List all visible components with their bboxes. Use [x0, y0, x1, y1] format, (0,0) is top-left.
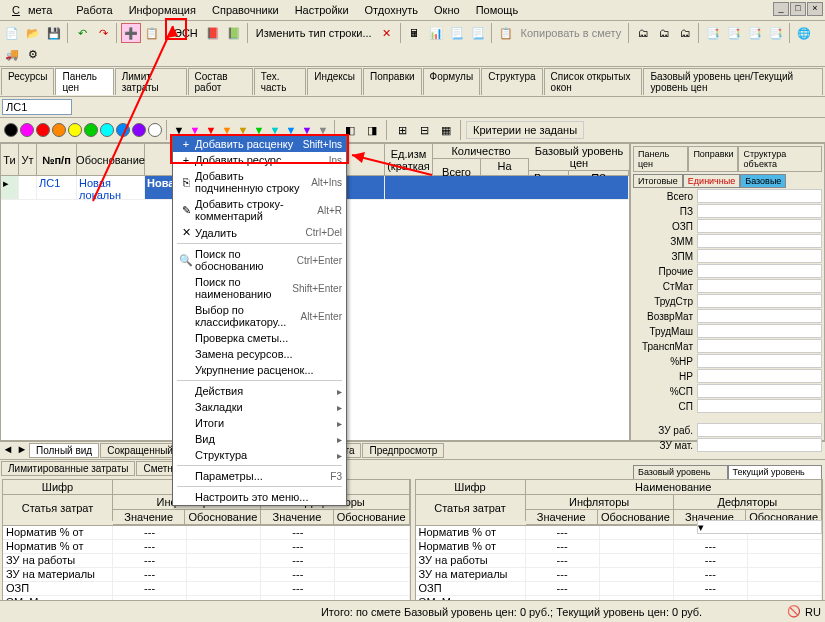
sp-tab-struct[interactable]: Структура объекта — [738, 146, 822, 171]
idx-row[interactable]: Норматив % от ФОТ СП --- --- — [416, 540, 823, 554]
redo-icon[interactable]: ↷ — [93, 23, 113, 43]
minimize-icon[interactable]: _ — [773, 2, 789, 16]
vtab-full[interactable]: Полный вид — [29, 443, 99, 458]
t3-icon[interactable]: 🗂 — [675, 23, 695, 43]
sp-val-3[interactable] — [697, 234, 822, 248]
save-icon[interactable]: 💾 — [44, 23, 64, 43]
ctx-item-8[interactable]: Выбор по классификатору... Alt+Enter — [173, 302, 346, 330]
ih-stat[interactable]: Статья затрат — [3, 495, 113, 521]
sp-val-4[interactable] — [697, 249, 822, 263]
menu-info[interactable]: Информация — [121, 2, 204, 18]
ctx-item-21[interactable]: Настроить это меню... — [173, 489, 346, 505]
tab-tech[interactable]: Тех. часть — [254, 68, 306, 95]
change-type-label[interactable]: Изменить тип строки... — [252, 25, 376, 41]
sp2-val-0[interactable] — [697, 423, 822, 437]
ih-shifr-r[interactable]: Шифр — [416, 480, 526, 494]
sp-val-13[interactable] — [697, 384, 822, 398]
gh-baz[interactable]: Базовый уровень цен — [529, 144, 629, 171]
color-blue[interactable] — [116, 123, 130, 137]
gh-kol[interactable]: Количество — [433, 144, 529, 159]
t2-icon[interactable]: 🗂 — [654, 23, 674, 43]
menu-settings[interactable]: Настройки — [287, 2, 357, 18]
color-purple[interactable] — [132, 123, 146, 137]
gear-icon[interactable]: ⚙ — [23, 44, 43, 64]
t4-icon[interactable]: 📑 — [703, 23, 723, 43]
vtab-preview[interactable]: Предпросмотр — [362, 443, 444, 458]
ih-shifr[interactable]: Шифр — [3, 480, 113, 494]
copy-smeta-label[interactable]: Копировать в смету — [517, 25, 626, 41]
sp-val-9[interactable] — [697, 324, 822, 338]
ctx-item-0[interactable]: + Добавить расценку Shift+Ins — [173, 136, 346, 152]
scroll-right-icon[interactable]: ► — [15, 443, 29, 458]
t6-icon[interactable]: 📑 — [745, 23, 765, 43]
tab-resources[interactable]: Ресурсы — [1, 68, 54, 95]
menu-smeta[interactable]: Смета — [4, 2, 68, 18]
stab-limit[interactable]: Лимитированные затраты — [1, 461, 135, 476]
color-red[interactable] — [36, 123, 50, 137]
close-icon[interactable]: × — [807, 2, 823, 16]
copy-icon[interactable]: 📋 — [496, 23, 516, 43]
ctx-item-13[interactable]: Действия ▸ — [173, 383, 346, 399]
add-row-icon[interactable]: ➕ — [121, 23, 141, 43]
menu-rest[interactable]: Отдохнуть — [357, 2, 427, 18]
menu-window[interactable]: Окно — [426, 2, 468, 18]
ctx-item-16[interactable]: Вид ▸ — [173, 431, 346, 447]
ctx-item-11[interactable]: Укрупнение расценок... — [173, 362, 346, 378]
sp-val-11[interactable] — [697, 354, 822, 368]
tab-levels[interactable]: Базовый уровень цен/Текущий уровень цен — [643, 68, 823, 95]
idx-row[interactable]: ЗУ на работы --- --- — [416, 554, 823, 568]
chart-icon[interactable]: 📊 — [426, 23, 446, 43]
color-cyan[interactable] — [100, 123, 114, 137]
tab-formulas[interactable]: Формулы — [423, 68, 481, 95]
ctx-item-14[interactable]: Закладки ▸ — [173, 399, 346, 415]
sp-sub-itog[interactable]: Итоговые — [633, 174, 683, 188]
ctx-item-15[interactable]: Итоги ▸ — [173, 415, 346, 431]
tab-popravki[interactable]: Поправки — [363, 68, 422, 95]
color-black[interactable] — [4, 123, 18, 137]
menu-help[interactable]: Помощь — [468, 2, 527, 18]
idx-row[interactable]: ЗУ на работы --- --- — [3, 554, 410, 568]
color-green[interactable] — [84, 123, 98, 137]
t1-icon[interactable]: 🗂 — [633, 23, 653, 43]
gh-edizm[interactable]: Ед.изм (краткая — [385, 144, 433, 175]
sp-tab-price[interactable]: Панель цен — [633, 146, 688, 171]
doc2-icon[interactable]: 📃 — [468, 23, 488, 43]
gh-obosn[interactable]: Обоснование — [77, 144, 145, 175]
idx-row[interactable]: ОЗП --- --- — [416, 582, 823, 596]
sp-sub-edin[interactable]: Единичные — [683, 174, 740, 188]
book-icon[interactable]: 📕 — [203, 23, 223, 43]
row-obosn[interactable]: Новая локальн — [77, 176, 145, 199]
idx-row[interactable]: ЗУ на материалы --- --- — [3, 568, 410, 582]
maximize-icon[interactable]: □ — [790, 2, 806, 16]
gh-num[interactable]: №п/п — [37, 144, 77, 175]
menu-rabota[interactable]: Работа — [68, 2, 120, 18]
path-input[interactable]: ЛС1 — [2, 99, 72, 115]
ctx-item-6[interactable]: 🔍 Поиск по обоснованию Ctrl+Enter — [173, 246, 346, 274]
undo-icon[interactable]: ↶ — [72, 23, 92, 43]
ctx-item-2[interactable]: ⎘ Добавить подчиненную строку Alt+Ins — [173, 168, 346, 196]
ctx-item-9[interactable]: Проверка сметы... — [173, 330, 346, 346]
gh-ti[interactable]: Ти — [1, 144, 19, 175]
sp-val-1[interactable] — [697, 204, 822, 218]
sp-val-0[interactable] — [697, 189, 822, 203]
menu-sprav[interactable]: Справочники — [204, 2, 287, 18]
tab-indexes[interactable]: Индексы — [307, 68, 362, 95]
sp-val-14[interactable] — [697, 399, 822, 413]
doc-icon[interactable]: 📃 — [447, 23, 467, 43]
sp-val-2[interactable] — [697, 219, 822, 233]
idx-row[interactable]: ЗУ на материалы --- --- — [416, 568, 823, 582]
delete-icon[interactable]: ✕ — [377, 23, 397, 43]
ctx-item-4[interactable]: ✕ Удалить Ctrl+Del — [173, 224, 346, 241]
tab-struct[interactable]: Структура — [481, 68, 542, 95]
sp-val-6[interactable] — [697, 279, 822, 293]
sp-val-5[interactable] — [697, 264, 822, 278]
ctx-item-7[interactable]: Поиск по наименованию Shift+Enter — [173, 274, 346, 302]
tab-limit[interactable]: Лимит. затраты — [115, 68, 187, 95]
tab-windows[interactable]: Список открытых окон — [544, 68, 643, 95]
tool-d[interactable]: ⊟ — [414, 120, 434, 140]
ctx-item-19[interactable]: Параметры... F3 — [173, 468, 346, 484]
tab-price-panel[interactable]: Панель цен — [55, 68, 113, 95]
gh-ut[interactable]: Ут — [19, 144, 37, 175]
ctx-item-3[interactable]: ✎ Добавить строку-комментарий Alt+R — [173, 196, 346, 224]
color-yellow[interactable] — [68, 123, 82, 137]
